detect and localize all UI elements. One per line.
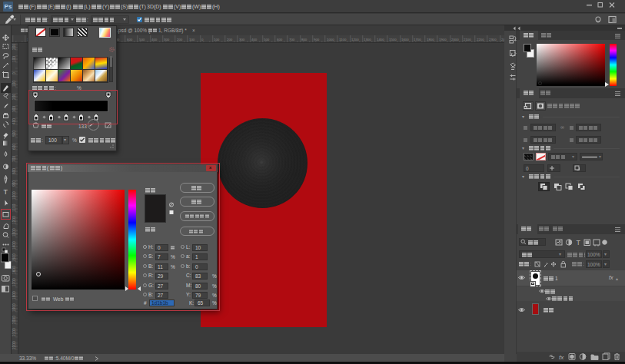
svg-text:T: T [4, 188, 8, 196]
svg-text:fx: fx [559, 354, 564, 361]
svg-text:T: T [577, 239, 581, 247]
